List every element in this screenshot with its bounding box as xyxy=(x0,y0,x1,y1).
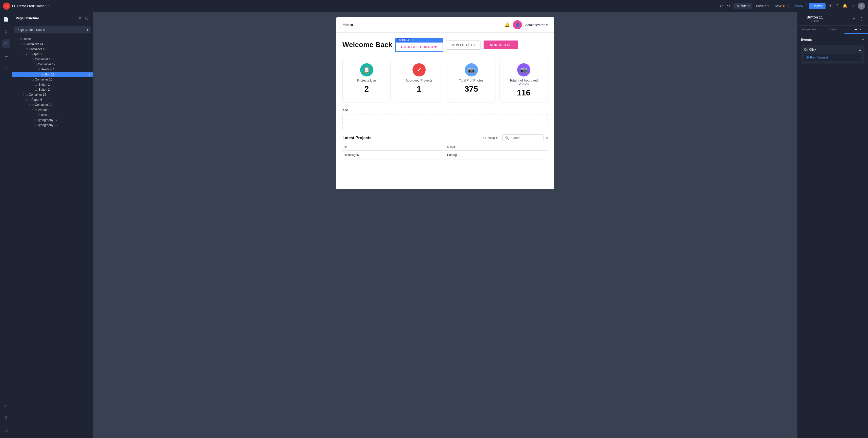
button-selector-more[interactable]: ⋮ xyxy=(412,38,415,41)
tree-item-typography-12[interactable]: TTypography 12 xyxy=(12,117,93,122)
tree-item-heading-1[interactable]: HHeading 1 xyxy=(12,67,93,72)
tree-item-typography-13[interactable]: TTypography 13 xyxy=(12,122,93,127)
on-click-header: On Click ▲ xyxy=(804,48,861,51)
col-id: Id xyxy=(342,146,445,149)
rail-fx-icon[interactable]: fx xyxy=(2,64,10,72)
expand-arrow[interactable]: ▸ xyxy=(25,53,28,55)
tree-item-paper-1[interactable]: ▸□Paper 1 xyxy=(12,52,93,57)
back-button[interactable]: ← Button 11 Button xyxy=(801,15,823,22)
panel-expand-icon[interactable]: ▢ xyxy=(84,15,89,21)
search-icon: 🔍 xyxy=(505,136,509,140)
tree-item-home[interactable]: ▾⊞Home xyxy=(12,36,93,41)
tree-item-button-1[interactable]: ▬Button 1 xyxy=(12,82,93,87)
save-button[interactable]: Save xyxy=(773,3,786,9)
tab-properties[interactable]: Properties xyxy=(798,26,821,34)
expand-arrow[interactable]: ▾ xyxy=(22,48,25,50)
search-input-wrapper: 🔍 xyxy=(502,135,544,141)
on-click-chevron[interactable]: ▲ xyxy=(858,48,861,51)
sun-icon[interactable]: ☀ xyxy=(828,3,833,9)
canvas-area: Home 🔔 👤 Administrator ▾ Welcome Back xyxy=(93,12,797,438)
dashboard-dashed-box xyxy=(342,114,548,129)
page-tree: ▾⊞Home▾⊡Container 14▾⊡Container 15▸□Pape… xyxy=(12,35,93,438)
tree-label: Button 2 xyxy=(38,88,50,91)
expand-arrow[interactable]: ▾ xyxy=(28,78,31,81)
stat-icon: 📷 xyxy=(517,63,530,77)
button-icon: ▬ xyxy=(35,83,37,86)
tree-item-container-16[interactable]: ▾⊡Container 16 xyxy=(12,92,93,97)
tree-item-paper-6[interactable]: ▸□Paper 6 xyxy=(12,97,93,102)
tree-item-container-14[interactable]: ▾⊡Container 14 xyxy=(12,41,93,47)
table-row: kkknckgn6... Photag xyxy=(342,151,548,159)
rail-database-icon[interactable]: 🗄 xyxy=(2,415,10,423)
add-event-button[interactable]: + xyxy=(862,37,864,42)
good-afternoon-button[interactable]: GOOD AFTERNOON! xyxy=(395,42,443,52)
more-icon[interactable]: ⋮ xyxy=(858,16,864,22)
expand-arrow[interactable]: ▾ xyxy=(28,58,31,60)
tree-label: Button 11 xyxy=(41,72,54,76)
tree-item-icon-3[interactable]: ◎Icon 3 xyxy=(12,112,93,117)
expand-arrow[interactable]: ▾ xyxy=(19,43,22,45)
app-user-avatar: 👤 xyxy=(513,20,522,29)
tab-styles[interactable]: Styles xyxy=(821,26,844,34)
delete-icon[interactable]: 🗑 xyxy=(88,73,91,76)
expand-arrow[interactable]: ▾ xyxy=(31,63,34,65)
left-panel: Page Structure ✕ ▢ Page Content Nodes ▾ … xyxy=(12,12,93,438)
container-icon: ⊡ xyxy=(26,93,28,96)
on-click-label: On Click xyxy=(804,48,816,51)
panel-title: Page Structure xyxy=(16,16,39,20)
expand-arrow[interactable]: ▾ xyxy=(31,109,34,111)
page-content-dropdown[interactable]: Page Content Nodes ▾ xyxy=(14,26,91,33)
stat-icon: ✔ xyxy=(412,63,426,77)
stat-icon: 📋 xyxy=(360,63,373,77)
expand-arrow[interactable]: ▸ xyxy=(25,98,28,101)
search-input[interactable] xyxy=(510,136,541,140)
add-client-button[interactable]: ADD CLIENT xyxy=(484,40,518,49)
tree-item-button-2[interactable]: ▬Button 2 xyxy=(12,87,93,92)
preview-button[interactable]: Preview xyxy=(788,3,807,9)
new-project-button[interactable]: NEW PROJECT xyxy=(446,40,481,50)
device-selector[interactable]: 🖥 auto ▾ xyxy=(734,3,752,9)
deploy-button[interactable]: Deploy xyxy=(809,3,826,9)
filter-icon[interactable]: ≡ xyxy=(546,136,548,140)
tree-label: Icon 3 xyxy=(41,113,50,117)
panel-header-icons: ✕ ▢ xyxy=(78,15,89,21)
expand-arrow[interactable]: ▾ xyxy=(28,104,31,106)
undo-button[interactable]: ↩ xyxy=(719,3,724,9)
topbar-right: Backup ▾ Save Preview Deploy ☀ ? 🔔 ↗ SS xyxy=(754,3,865,10)
tree-label: Heading 1 xyxy=(41,67,55,71)
help-icon[interactable]: ? xyxy=(835,3,839,9)
redo-button[interactable]: ↪ xyxy=(726,3,732,9)
container-icon: ⊡ xyxy=(26,48,28,51)
rail-settings-icon[interactable]: ⚙ xyxy=(2,427,10,435)
element-type: Button xyxy=(807,19,823,22)
rail-code-icon[interactable]: {} xyxy=(2,27,10,35)
tree-label: Container 18 xyxy=(35,57,52,61)
tab-events[interactable]: Events xyxy=(844,26,868,34)
button-selector-label: Button 11 xyxy=(397,38,410,41)
rail-layers-icon[interactable]: ⊞ xyxy=(2,39,10,48)
rail-pages-icon[interactable]: 📄 xyxy=(2,15,10,23)
backup-button[interactable]: Backup ▾ xyxy=(754,3,771,9)
save-label: Save xyxy=(775,4,782,8)
rows-select[interactable]: 5 Row(s) ▾ xyxy=(480,135,500,141)
tree-item-container-18[interactable]: ▾⊡Container 18 xyxy=(12,57,93,62)
panel-close-icon[interactable]: ✕ xyxy=(78,15,82,21)
avatar-icon: ◎ xyxy=(35,109,37,111)
rail-cloud-icon[interactable]: ☁ xyxy=(2,52,10,60)
tree-item-container-19[interactable]: ▾⊡Container 19 xyxy=(12,62,93,67)
container-icon: ⊡ xyxy=(32,104,34,106)
app-notification-icon[interactable]: 🔔 xyxy=(504,22,510,28)
tree-item-container-15[interactable]: ▾⊡Container 15 xyxy=(12,47,93,52)
tree-label: Typography 12 xyxy=(37,118,57,122)
expand-arrow[interactable]: ▾ xyxy=(16,38,19,40)
share-icon[interactable]: ↗ xyxy=(850,3,856,9)
rail-component-icon[interactable]: ⊟ xyxy=(2,403,10,411)
tree-item-avatar-3[interactable]: ▾◎Avatar 3 xyxy=(12,107,93,112)
tree-item-container-24[interactable]: ▾⊡Container 24 xyxy=(12,102,93,107)
tree-item-container-20[interactable]: ▾⊡Container 20 xyxy=(12,77,93,82)
tree-item-button-11[interactable]: ▬Button 11🗑 xyxy=(12,72,93,77)
notifications-icon[interactable]: 🔔 xyxy=(841,3,848,9)
on-click-section: On Click ▲ Run Request xyxy=(801,45,864,63)
edit-icon[interactable]: ✏ xyxy=(851,16,856,22)
expand-arrow[interactable]: ▾ xyxy=(22,93,25,96)
